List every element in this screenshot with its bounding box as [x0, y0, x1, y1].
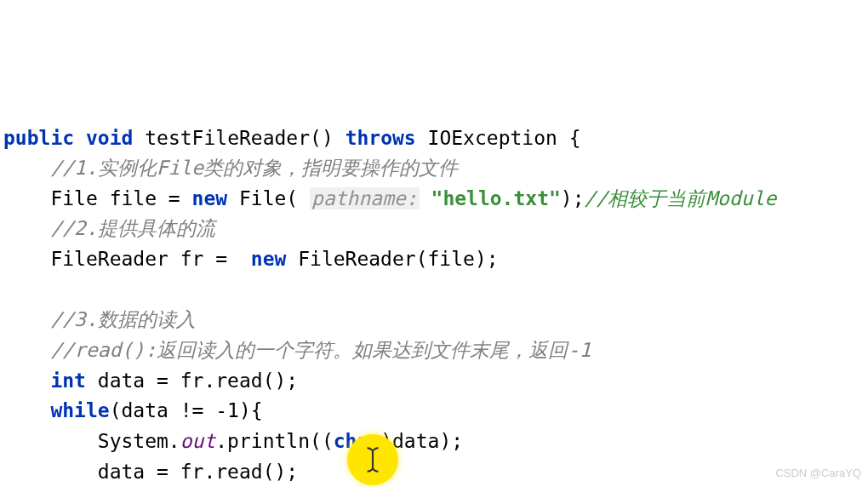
comment-3: //3.数据的读入 — [50, 308, 195, 330]
code-text: (data != -1){ — [110, 399, 263, 421]
code-text: .println(( — [215, 430, 333, 452]
comment-1: //1.实例化File类的对象，指明要操作的文件 — [50, 157, 458, 179]
code-text: ); — [561, 187, 585, 209]
code-text: File( — [227, 187, 310, 209]
param-hint-pathname: pathname: — [310, 187, 420, 209]
cursor-highlight — [347, 434, 398, 485]
keyword-throws: throws — [345, 127, 416, 149]
keyword-new: new — [251, 248, 287, 270]
exception-type: IOException — [428, 127, 557, 149]
brace: { — [569, 127, 581, 149]
keyword-while: while — [50, 399, 109, 421]
code-text: FileReader(file); — [286, 248, 498, 270]
code-text: FileReader fr = — [50, 248, 250, 270]
text-cursor-icon — [363, 446, 382, 473]
method-name: testFileReader() — [145, 127, 334, 149]
field-out: out — [180, 430, 216, 452]
string-literal: "hello.txt" — [431, 187, 561, 209]
code-text — [420, 187, 431, 209]
keyword-void: void — [86, 127, 133, 149]
comment-inline: //相较于当前Module — [585, 187, 777, 209]
code-text: data = fr.read(); — [98, 461, 298, 483]
code-text: File file = — [50, 187, 191, 209]
code-text: System. — [98, 430, 180, 452]
comment-2: //2.提供具体的流 — [50, 217, 214, 239]
watermark-text: CSDN @CaraYQ — [775, 465, 861, 482]
code-editor[interactable]: public void testFileReader() throws IOEx… — [3, 123, 865, 487]
code-text: data = fr.read(); — [86, 370, 298, 392]
keyword-new: new — [192, 187, 228, 209]
keyword-public: public — [3, 127, 74, 149]
comment-3b: //read():返回读入的一个字符。如果达到文件末尾，返回-1 — [50, 339, 591, 361]
keyword-int: int — [50, 370, 86, 392]
